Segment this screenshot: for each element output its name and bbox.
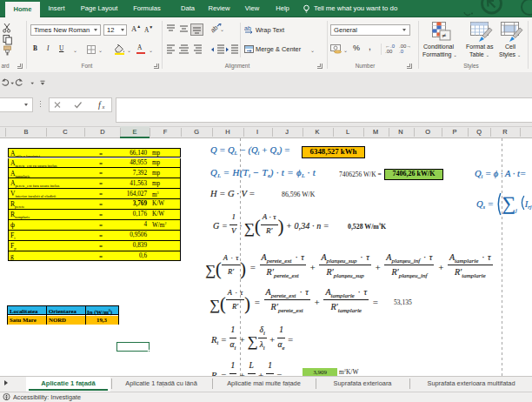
svg-text:f: f <box>98 100 102 110</box>
svg-text:x: x <box>102 104 105 110</box>
svg-text:≠: ≠ <box>442 31 447 40</box>
svg-text:ab: ab <box>244 25 251 31</box>
